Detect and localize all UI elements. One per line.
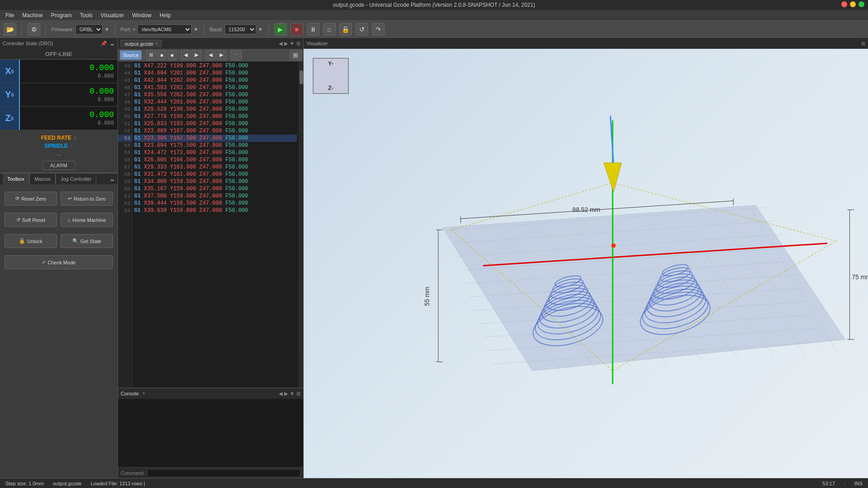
console-tab-close[interactable]: × — [142, 391, 145, 396]
reset-zero-btn[interactable]: ⟳ Reset Zero — [5, 192, 57, 206]
console-nav-down[interactable]: ▼ — [290, 391, 295, 397]
line-num-51: 51 — [118, 120, 132, 127]
console-panel: Console × ◀ ▶ ▼ ⊞ Command: — [118, 388, 303, 478]
lock-btn[interactable]: 🔒 — [339, 23, 352, 36]
status-file: output.gcode — [53, 481, 82, 486]
editor-fwd-btn[interactable]: ▶ — [216, 50, 226, 60]
editor-scrollbar[interactable] — [299, 61, 303, 388]
menu-window[interactable]: Window — [129, 11, 155, 19]
editor-tab-close[interactable]: × — [155, 41, 158, 46]
menu-tools[interactable]: Tools — [76, 11, 96, 19]
editor-prev-btn[interactable]: ◀ — [181, 50, 191, 60]
spindle-label: SPINDLE — [44, 143, 68, 149]
console-tab-label[interactable]: Console — [121, 391, 139, 396]
settings-btn[interactable]: ⚙ — [28, 23, 40, 36]
editor-view-btn[interactable]: ⊞ — [146, 50, 156, 60]
svg-text:75 mm: 75 mm — [852, 273, 868, 281]
check-mode-btn[interactable]: ✓ Check Mode — [5, 255, 113, 269]
dro-minimize-icon[interactable]: 🗕 — [110, 41, 115, 47]
tab-toolbox[interactable]: Toolbox — [3, 174, 29, 184]
window-title: output.gcode - Universal Gcode Platform … — [333, 2, 535, 8]
status-step-size: Step size: 1.0mm — [5, 481, 44, 486]
home-machine-btn[interactable]: ⌂ Home Machine — [61, 213, 113, 227]
editor-expand-btn[interactable]: ⊞ — [290, 50, 301, 60]
pause-btn[interactable]: ⏸ — [307, 23, 319, 36]
reset-btn[interactable]: ↺ — [356, 23, 368, 36]
menu-program[interactable]: Program — [47, 11, 75, 19]
line-num-49: 49 — [118, 106, 132, 113]
play-btn[interactable]: ▶ — [274, 23, 287, 36]
svg-marker-0 — [443, 205, 845, 371]
svg-text:55 mm: 55 mm — [423, 287, 431, 306]
dro-z-main: 0.000 — [23, 110, 114, 119]
status-sep-1: | — [844, 481, 845, 486]
tab-macros[interactable]: Macros — [30, 174, 56, 184]
viz-maximize[interactable]: ⊞ — [861, 41, 865, 47]
minimize-window-btn[interactable] — [850, 1, 856, 7]
firmware-select[interactable]: GRBL — [75, 24, 103, 34]
editor-scroll-thumb[interactable] — [300, 70, 303, 84]
editor-nav-next[interactable]: ▶ — [284, 41, 288, 47]
home-btn[interactable]: ⌂ — [323, 23, 336, 36]
toolbar-divider-5 — [268, 24, 269, 35]
dro-pin-icon[interactable]: 📌 — [101, 41, 107, 47]
step-btn[interactable]: ↷ — [372, 23, 385, 36]
console-maximize[interactable]: ⊞ — [296, 391, 300, 397]
editor-more-btn[interactable]: ⋯ — [230, 50, 242, 60]
soft-reset-btn[interactable]: ↺ Soft Reset — [5, 213, 57, 227]
tab-jog-controller[interactable]: Jog Controller — [56, 174, 96, 184]
editor-block-btn[interactable]: ■ — [157, 50, 167, 60]
editor-nav-prev[interactable]: ◀ — [279, 41, 282, 47]
dro-y-sub: 0.000 — [23, 97, 114, 103]
menu-machine[interactable]: Machine — [19, 11, 46, 19]
command-input[interactable] — [147, 469, 300, 477]
dro-axis-y-label[interactable]: Y0 — [0, 83, 20, 106]
editor-tab-file[interactable]: output.gcode × — [121, 40, 162, 47]
viz-svg: 88.52 mm 75 mm 55 mm — [304, 49, 868, 478]
menu-file[interactable]: File — [2, 11, 18, 19]
code-line-62: G1 X39.444 Y158.500 Z47.000 F50.000 — [134, 200, 297, 207]
port-select[interactable]: /dev/ttyACM0 — [137, 24, 192, 34]
editor-source-btn[interactable]: Source — [120, 50, 142, 60]
unlock-icon: 🔓 — [19, 238, 25, 244]
code-editor[interactable]: 43 44 45 46 47 48 49 50 51 52 53 54 55 5… — [118, 61, 303, 388]
viz-body[interactable]: Y- Z- — [304, 49, 868, 478]
code-line-49: G1 X29.528 Y198.500 Z47.000 F50.000 — [134, 106, 297, 113]
get-state-btn[interactable]: 🔍 Get State — [61, 234, 113, 248]
alarm-button[interactable]: ALARM — [42, 161, 75, 170]
open-file-btn[interactable]: 📂 — [4, 23, 16, 36]
toolbox-header: Toolbox Macros Jog Controller 🗕 — [0, 174, 117, 184]
editor-back-btn[interactable]: ◀ — [206, 50, 216, 60]
dro-x-sub: 0.000 — [23, 73, 114, 80]
line-num-52: 52 — [118, 127, 132, 135]
dro-panel: Controller State (DRO) 📌 🗕 OFF-LINE X0 0… — [0, 38, 117, 173]
menu-visualizer[interactable]: Visualizer — [97, 11, 128, 19]
code-content[interactable]: G1 X47.222 Y199.000 Z47.000 F50.000 G1 X… — [132, 61, 299, 388]
editor-header: output.gcode × ◀ ▶ ▼ ⊞ — [118, 38, 303, 49]
console-nav-prev[interactable]: ◀ — [279, 391, 282, 397]
line-num-56: 56 — [118, 156, 132, 164]
return-to-zero-btn[interactable]: ↩ Return to Zero — [61, 192, 113, 206]
toolbox-panel: Toolbox Macros Jog Controller 🗕 ⟳ Reset … — [0, 173, 117, 478]
dro-axis-x-label[interactable]: X0 — [0, 60, 20, 83]
editor-block2-btn[interactable]: ■ — [168, 50, 177, 60]
editor-nav-down[interactable]: ▼ — [290, 41, 295, 46]
stop-btn[interactable]: ■ — [291, 23, 303, 36]
console-nav-next[interactable]: ▶ — [284, 391, 288, 397]
dro-axis-z-label[interactable]: Z0 — [0, 107, 20, 130]
firmware-group: Firmware: GRBL ▼ — [52, 24, 109, 34]
toolbox-minimize-icon[interactable]: 🗕 — [110, 176, 115, 182]
editor-divider-1 — [144, 51, 144, 59]
code-line-61: G1 X37.500 Y159.000 Z47.000 F50.000 — [134, 192, 297, 200]
maximize-window-btn[interactable] — [859, 1, 864, 7]
line-numbers: 43 44 45 46 47 48 49 50 51 52 53 54 55 5… — [118, 61, 132, 388]
feed-area: FEED RATE ↑ SPINDLE ↑ -- ALARM — [0, 130, 117, 173]
baud-select[interactable]: 115200 — [225, 24, 256, 34]
dro-values-z: 0.000 0.000 — [20, 107, 117, 130]
editor-maximize[interactable]: ⊞ — [296, 41, 300, 47]
editor-divider-2 — [178, 51, 179, 59]
close-window-btn[interactable] — [841, 1, 847, 7]
editor-next-btn[interactable]: ▶ — [192, 50, 202, 60]
menu-help[interactable]: Help — [156, 11, 174, 19]
unlock-btn[interactable]: 🔓 Unlock — [5, 234, 57, 248]
